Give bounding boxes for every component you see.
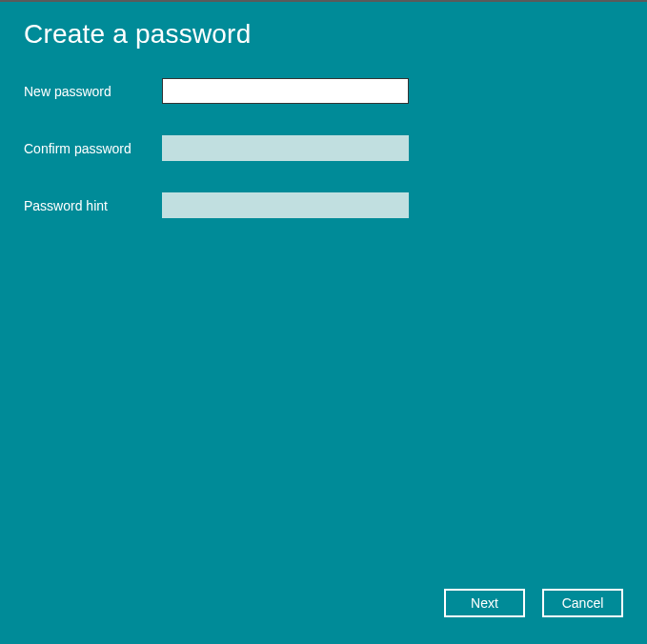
new-password-row: New password: [24, 78, 647, 104]
next-button[interactable]: Next: [444, 589, 525, 617]
cancel-button[interactable]: Cancel: [542, 589, 623, 617]
confirm-password-label: Confirm password: [24, 141, 162, 156]
password-hint-label: Password hint: [24, 198, 162, 213]
new-password-input[interactable]: [162, 78, 409, 104]
new-password-label: New password: [24, 84, 162, 99]
confirm-password-input[interactable]: [162, 135, 409, 161]
confirm-password-row: Confirm password: [24, 135, 647, 161]
page-title: Create a password: [0, 2, 647, 50]
button-bar: Next Cancel: [444, 589, 623, 617]
password-hint-input[interactable]: [162, 192, 409, 218]
password-hint-row: Password hint: [24, 192, 647, 218]
password-form: New password Confirm password Password h…: [0, 50, 647, 218]
create-password-window: Create a password New password Confirm p…: [0, 0, 647, 644]
